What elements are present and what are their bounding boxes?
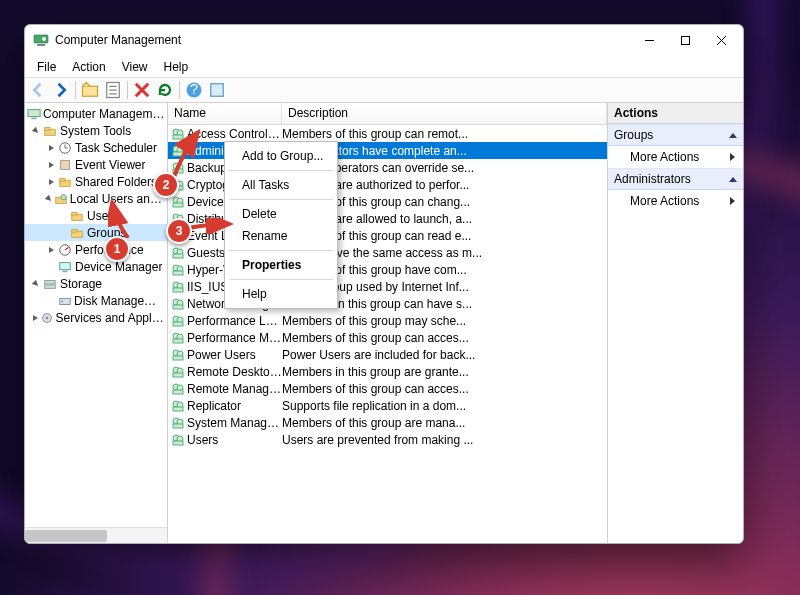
- toolbar-export-button[interactable]: [206, 79, 228, 101]
- svg-rect-34: [60, 262, 71, 269]
- tree-shared-folders-label: Shared Folders: [75, 175, 157, 189]
- collapse-icon[interactable]: [30, 278, 42, 290]
- local-users-groups-icon: [54, 191, 68, 207]
- disk-management-icon: [57, 293, 72, 309]
- tree-groups[interactable]: Groups: [25, 224, 167, 241]
- ctx-delete[interactable]: Delete: [228, 203, 334, 225]
- toolbar-help-button[interactable]: ?: [183, 79, 205, 101]
- tree-event-viewer-label: Event Viewer: [75, 158, 145, 172]
- tree-horizontal-scrollbar[interactable]: [25, 527, 167, 543]
- collapse-icon[interactable]: [45, 193, 54, 205]
- actions-section-groups[interactable]: Groups: [608, 124, 743, 146]
- tree-disk-management-label: Disk Management: [74, 294, 165, 308]
- ctx-add-to-group[interactable]: Add to Group...: [228, 145, 334, 167]
- svg-rect-20: [45, 127, 50, 130]
- menu-view[interactable]: View: [114, 58, 156, 76]
- tree-users[interactable]: Users: [25, 207, 167, 224]
- expand-icon[interactable]: [45, 159, 57, 171]
- toolbar-up-button[interactable]: [79, 79, 101, 101]
- expand-icon[interactable]: [45, 142, 57, 154]
- list-row[interactable]: UsersUsers are prevented from making ...: [168, 431, 607, 448]
- svg-rect-83: [173, 356, 183, 360]
- toolbar-back-button[interactable]: [27, 79, 49, 101]
- ctx-all-tasks[interactable]: All Tasks: [228, 174, 334, 196]
- list-row[interactable]: Performance Log UsersMembers of this gro…: [168, 312, 607, 329]
- ctx-properties[interactable]: Properties: [228, 254, 334, 276]
- callout-arrow-1: [108, 198, 142, 238]
- ctx-help[interactable]: Help: [228, 283, 334, 305]
- list-row[interactable]: Power UsersPower Users are included for …: [168, 346, 607, 363]
- window-minimize-button[interactable]: [631, 27, 667, 53]
- tree-task-scheduler[interactable]: Task Scheduler: [25, 139, 167, 156]
- expand-icon[interactable]: [45, 176, 57, 188]
- list-row[interactable]: Access Control Assist...Members of this …: [168, 125, 607, 142]
- window-close-button[interactable]: [703, 27, 739, 53]
- actions-more-administrators[interactable]: More Actions: [608, 190, 743, 212]
- scrollbar-thumb[interactable]: [25, 530, 107, 542]
- tree-root[interactable]: Computer Management (Local): [25, 105, 167, 122]
- tree-local-users-groups[interactable]: Local Users and Groups: [25, 190, 167, 207]
- toolbar-properties-button[interactable]: [102, 79, 124, 101]
- ctx-separator: [229, 279, 333, 280]
- group-icon: [170, 415, 186, 431]
- tree-performance[interactable]: Performance: [25, 241, 167, 258]
- svg-point-39: [61, 300, 63, 302]
- tree-shared-folders[interactable]: Shared Folders: [25, 173, 167, 190]
- actions-section-administrators[interactable]: Administrators: [608, 168, 743, 190]
- svg-rect-98: [173, 441, 183, 445]
- group-icon: [170, 381, 186, 397]
- toolbar: ?: [25, 77, 743, 103]
- toolbar-forward-button[interactable]: [50, 79, 72, 101]
- list-row-name: Performance Monitor ...: [187, 331, 282, 345]
- toolbar-delete-button[interactable]: [131, 79, 153, 101]
- ctx-rename[interactable]: Rename: [228, 225, 334, 247]
- svg-rect-80: [173, 339, 183, 343]
- list-row[interactable]: Performance Monitor ...Members of this g…: [168, 329, 607, 346]
- tree-storage-label: Storage: [60, 277, 102, 291]
- group-icon: [170, 262, 186, 278]
- tree-services-applications-label: Services and Applications: [56, 311, 165, 325]
- svg-rect-17: [28, 109, 40, 116]
- tree-system-tools[interactable]: System Tools: [25, 122, 167, 139]
- titlebar[interactable]: Computer Management: [25, 25, 743, 55]
- actions-section-administrators-label: Administrators: [614, 172, 691, 186]
- list-row[interactable]: ReplicatorSupports file replication in a…: [168, 397, 607, 414]
- list-row[interactable]: Remote Desktop UsersMembers in this grou…: [168, 363, 607, 380]
- list-row[interactable]: Remote Management...Members of this grou…: [168, 380, 607, 397]
- column-header-description[interactable]: Description: [282, 103, 607, 124]
- list-header: Name Description: [168, 103, 607, 125]
- window-title: Computer Management: [55, 33, 631, 47]
- menu-help[interactable]: Help: [156, 58, 197, 76]
- menu-action[interactable]: Action: [64, 58, 113, 76]
- actions-pane: Actions Groups More Actions Administrato…: [608, 103, 743, 543]
- menu-file[interactable]: File: [29, 58, 64, 76]
- tree-storage[interactable]: Storage: [25, 275, 167, 292]
- toolbar-refresh-button[interactable]: [154, 79, 176, 101]
- window-maximize-button[interactable]: [667, 27, 703, 53]
- list-row-name: Guests: [187, 246, 225, 260]
- actions-section-groups-label: Groups: [614, 128, 653, 142]
- svg-rect-74: [173, 305, 183, 309]
- list-row-description: Supports file replication in a dom...: [282, 399, 607, 413]
- expand-icon[interactable]: [30, 125, 42, 137]
- tree-event-viewer[interactable]: Event Viewer: [25, 156, 167, 173]
- list-row[interactable]: System Managed Acc...Members of this gro…: [168, 414, 607, 431]
- actions-more-groups[interactable]: More Actions: [608, 146, 743, 168]
- tree-device-manager[interactable]: Device Manager: [25, 258, 167, 275]
- expand-icon[interactable]: [45, 244, 57, 256]
- svg-point-28: [61, 194, 66, 199]
- svg-rect-65: [173, 254, 183, 258]
- list-row-description: Members of this group are mana...: [282, 416, 607, 430]
- ctx-properties-label: Properties: [242, 258, 301, 272]
- column-header-name[interactable]: Name: [168, 103, 282, 124]
- tree-services-applications[interactable]: Services and Applications: [25, 309, 167, 326]
- tree-disk-management[interactable]: Disk Management: [25, 292, 167, 309]
- svg-rect-18: [31, 117, 36, 119]
- svg-rect-37: [45, 284, 56, 288]
- group-icon: [170, 432, 186, 448]
- expand-icon[interactable]: [30, 312, 40, 324]
- callout-badge-3: 3: [166, 218, 192, 244]
- list-row-name: Remote Desktop Users: [187, 365, 282, 379]
- group-icon: [170, 364, 186, 380]
- tree[interactable]: Computer Management (Local) System Tools…: [25, 103, 167, 527]
